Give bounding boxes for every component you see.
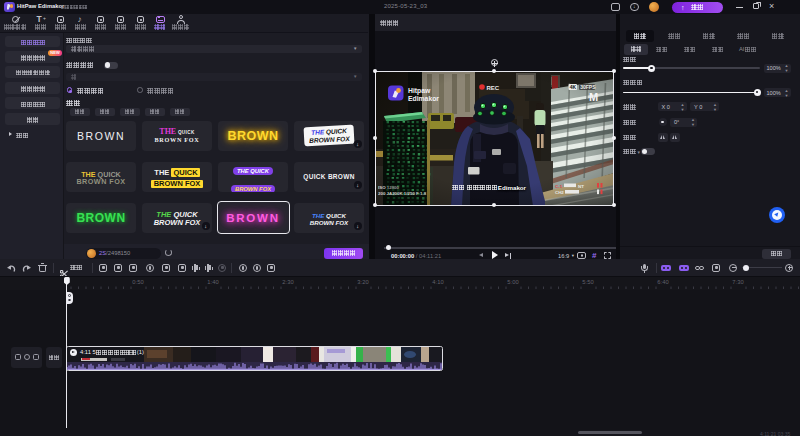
svg-text:200 JA200K 1/250 F 1.8: 200 JA200K 1/250 F 1.8 [378, 190, 427, 195]
svg-text:CH2: CH2 [555, 190, 564, 195]
svg-text:2:30: 2:30 [282, 279, 293, 285]
svg-text:5:50: 5:50 [582, 279, 593, 285]
svg-text:Edimakor: Edimakor [408, 94, 439, 101]
svg-text:6:40: 6:40 [657, 279, 668, 285]
svg-text:0:50: 0:50 [132, 279, 143, 285]
svg-text:1:40: 1:40 [207, 279, 218, 285]
svg-text:Hitpaw: Hitpaw [408, 86, 431, 94]
svg-text:7:30: 7:30 [732, 279, 743, 285]
svg-text:30FPS: 30FPS [580, 83, 596, 89]
svg-text:5:00: 5:00 [507, 279, 518, 285]
svg-text:4K: 4K [569, 83, 576, 89]
svg-text:NT: NT [578, 183, 584, 188]
svg-text:ISO 12800: ISO 12800 [378, 184, 400, 189]
svg-text:REC: REC [486, 84, 499, 90]
svg-text:3:20: 3:20 [357, 279, 368, 285]
svg-text:C-1: C-1 [555, 183, 563, 188]
svg-text:M: M [589, 91, 598, 103]
svg-text:4:10: 4:10 [432, 279, 443, 285]
